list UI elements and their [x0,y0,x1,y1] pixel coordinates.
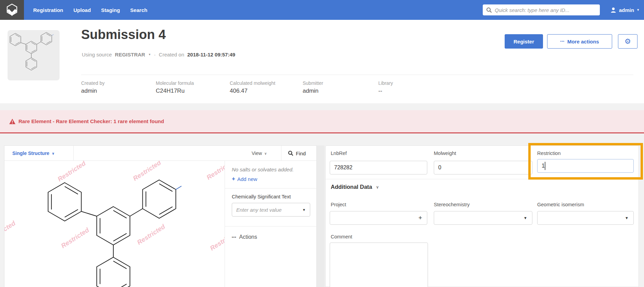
info-calculated-molweight: Calculated molweight 406.47 [230,80,275,94]
stereochemistry-label: Stereochemistry [434,202,470,207]
molweight-input[interactable] [434,161,532,174]
structure-mode-dropdown[interactable]: Single Structure ∨ [12,146,54,161]
info-value: admin [81,88,104,94]
salts-section: No salts or solvates added. + Add new [225,161,317,188]
info-library: Library -- [378,80,393,94]
cst-label: Chemically Significant Text [232,194,310,199]
view-dropdown[interactable]: View ∨ [252,146,267,161]
details-card: LnbRef Molweight Restriction Additional … [325,145,639,287]
quick-search-box [483,4,600,15]
additional-data-toggle[interactable]: Additional Data ∨ [331,184,379,190]
comment-label: Comment [331,234,352,239]
submission-header: Submission 4 Using source REGISTRAR ▼ · … [0,20,644,103]
more-actions-button[interactable]: ••• More actions [547,34,612,49]
plus-icon: + [232,175,235,182]
dropdown-arrow-icon: ▼ [625,216,629,220]
ellipsis-icon: ••• [560,40,565,43]
vertical-scrollbar[interactable] [317,145,325,287]
text-cursor [545,162,545,170]
header-divider [81,75,633,75]
structure-toolbar: Single Structure ∨ View ∨ Find [4,146,316,161]
comment-textarea[interactable] [330,243,428,287]
find-label: Find [296,151,306,156]
user-icon [610,7,617,13]
menu-staging[interactable]: Staging [101,7,120,13]
toolbar-separator [73,146,74,161]
add-new-label: Add new [237,176,257,182]
project-picker[interactable]: + [330,211,427,225]
app-logo[interactable] [0,0,24,20]
created-on-value: 2018-11-12 09:57:49 [187,52,235,57]
info-label: Library [378,80,393,86]
structure-card: Single Structure ∨ View ∨ Find Restricte… [4,145,317,287]
cst-dropdown[interactable]: Enter any text value ▼ [232,203,310,217]
warning-triangle-icon [9,119,15,124]
settings-button[interactable]: ⚙ [618,34,637,49]
cst-section: Chemically Significant Text Enter any te… [225,188,317,226]
additional-data-label: Additional Data [331,184,372,190]
gear-icon: ⚙ [624,37,631,45]
plus-icon: + [418,214,422,222]
source-dropdown[interactable]: REGISTRAR [115,52,145,57]
lnbref-input[interactable] [330,161,427,174]
top-navbar: Registration Upload Staging Search admin… [0,0,644,20]
main-menu: Registration Upload Staging Search [33,0,147,20]
quick-search-input[interactable] [495,7,596,13]
using-source-label: Using source [82,52,112,57]
cst-placeholder: Enter any text value [236,207,302,213]
molecule-drawing [4,161,225,287]
info-value: C24H17Ru [156,88,194,94]
more-actions-label: More actions [567,39,599,44]
register-button-label: Register [514,39,534,44]
rare-element-warning-banner: Rare Element - Rare Element Checker: 1 r… [0,110,644,133]
info-value: -- [378,88,393,94]
structure-thumbnail-image [8,30,60,80]
find-button[interactable]: Find [288,146,306,161]
ellipsis-icon: ••• [232,235,237,239]
search-icon [486,7,492,13]
view-label: View [252,151,262,156]
info-label: Molecular formula [156,80,194,86]
info-label: Submitter [303,80,323,86]
details-divider [326,179,639,179]
chevron-down-icon: ∨ [376,185,379,190]
dropdown-arrow-icon: ▼ [523,216,527,220]
hexagon-logo-icon [5,3,18,17]
stereochemistry-select[interactable]: ▼ [434,211,532,225]
menu-registration[interactable]: Registration [33,7,63,13]
page-title: Submission 4 [81,27,166,42]
structure-thumbnail[interactable] [8,30,60,80]
created-on-label: Created on [159,52,184,57]
toolbar-separator [281,146,281,161]
chevron-down-icon: ∨ [52,152,54,155]
structure-mode-label: Single Structure [12,151,49,156]
actions-button[interactable]: ••• Actions [225,226,317,240]
actions-label: Actions [239,234,257,240]
salts-panel: No salts or solvates added. + Add new Ch… [225,161,317,287]
menu-search[interactable]: Search [130,7,147,13]
chevron-down-icon: ∨ [264,152,267,155]
info-label: Calculated molweight [230,80,275,86]
user-menu[interactable]: admin ▼ [610,0,640,20]
restriction-label: Restriction [537,151,561,156]
no-salts-text: No salts or solvates added. [232,167,317,172]
dot-separator: · [154,52,156,57]
info-molecular-formula: Molecular formula C24H17Ru [156,80,194,94]
source-caret-icon[interactable]: ▼ [148,53,151,56]
geometric-isomerism-select[interactable]: ▼ [537,211,634,225]
info-submitter: Submitter admin [303,80,323,94]
registration-app: Registration Upload Staging Search admin… [0,0,644,287]
info-value: admin [303,88,323,94]
register-button[interactable]: Register [505,34,543,49]
molweight-label: Molweight [434,151,456,156]
user-name: admin [619,7,634,13]
add-new-button[interactable]: + Add new [232,175,317,182]
user-caret-icon: ▼ [636,8,640,12]
restriction-input[interactable] [537,159,634,173]
geometric-isomerism-label: Geometric isomerism [537,202,584,207]
search-icon [288,151,293,156]
menu-upload[interactable]: Upload [74,7,91,13]
warning-text: Rare Element - Rare Element Checker: 1 r… [18,118,164,124]
structure-canvas[interactable]: Restricted Restricted Restricted Restric… [4,161,225,287]
info-label: Created by [81,80,104,86]
